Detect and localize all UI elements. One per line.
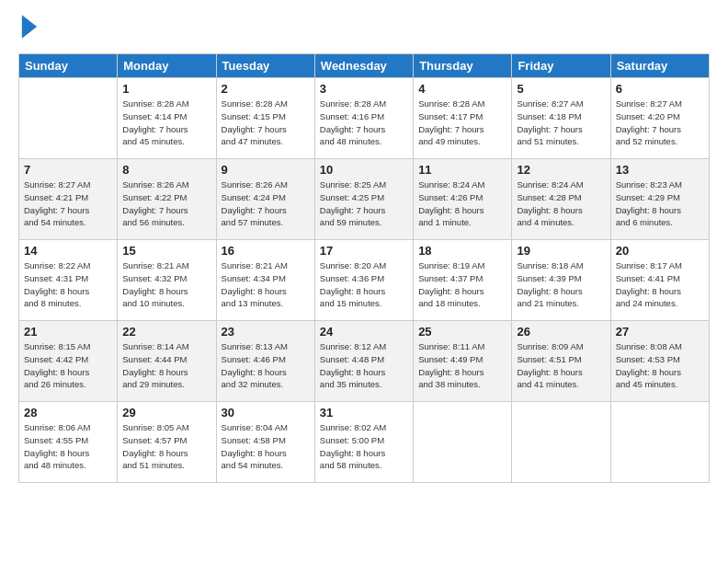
calendar-cell	[610, 402, 709, 483]
day-number: 31	[320, 406, 408, 419]
calendar-cell: 31Sunrise: 8:02 AMSunset: 5:00 PMDayligh…	[314, 402, 413, 483]
day-number: 14	[24, 244, 112, 258]
day-number: 5	[517, 82, 605, 96]
day-info: Sunrise: 8:12 AMSunset: 4:48 PMDaylight:…	[320, 340, 408, 391]
day-number: 21	[24, 325, 112, 339]
week-row-5: 28Sunrise: 8:06 AMSunset: 4:55 PMDayligh…	[19, 402, 710, 483]
page-header	[18, 15, 710, 44]
calendar-cell: 10Sunrise: 8:25 AMSunset: 4:25 PMDayligh…	[314, 159, 413, 240]
day-number: 25	[418, 325, 506, 339]
day-info: Sunrise: 8:06 AMSunset: 4:55 PMDaylight:…	[24, 421, 112, 472]
day-number: 29	[122, 406, 210, 419]
weekday-header-saturday: Saturday	[610, 54, 709, 78]
day-number: 6	[616, 82, 704, 96]
calendar-cell: 25Sunrise: 8:11 AMSunset: 4:49 PMDayligh…	[414, 321, 512, 402]
calendar-cell: 13Sunrise: 8:23 AMSunset: 4:29 PMDayligh…	[610, 159, 709, 240]
calendar-cell	[19, 78, 118, 159]
calendar-cell: 28Sunrise: 8:06 AMSunset: 4:55 PMDayligh…	[19, 402, 118, 483]
calendar-cell: 29Sunrise: 8:05 AMSunset: 4:57 PMDayligh…	[118, 402, 216, 483]
calendar-cell: 4Sunrise: 8:28 AMSunset: 4:17 PMDaylight…	[414, 78, 512, 159]
day-info: Sunrise: 8:04 AMSunset: 4:58 PMDaylight:…	[222, 421, 310, 472]
calendar-cell: 19Sunrise: 8:18 AMSunset: 4:39 PMDayligh…	[512, 240, 610, 321]
day-info: Sunrise: 8:20 AMSunset: 4:36 PMDaylight:…	[320, 259, 408, 310]
calendar-cell: 11Sunrise: 8:24 AMSunset: 4:26 PMDayligh…	[414, 159, 512, 240]
day-number: 30	[222, 406, 310, 419]
week-row-3: 14Sunrise: 8:22 AMSunset: 4:31 PMDayligh…	[19, 240, 710, 321]
day-info: Sunrise: 8:27 AMSunset: 4:18 PMDaylight:…	[517, 98, 605, 148]
calendar-cell: 23Sunrise: 8:13 AMSunset: 4:46 PMDayligh…	[216, 321, 314, 402]
weekday-header-tuesday: Tuesday	[216, 54, 314, 78]
calendar-cell: 12Sunrise: 8:24 AMSunset: 4:28 PMDayligh…	[512, 159, 610, 240]
day-info: Sunrise: 8:28 AMSunset: 4:14 PMDaylight:…	[122, 98, 210, 148]
day-number: 23	[222, 325, 310, 339]
calendar-cell: 15Sunrise: 8:21 AMSunset: 4:32 PMDayligh…	[118, 240, 216, 321]
calendar-cell	[512, 402, 610, 483]
calendar-table: SundayMondayTuesdayWednesdayThursdayFrid…	[18, 53, 710, 483]
day-info: Sunrise: 8:17 AMSunset: 4:41 PMDaylight:…	[616, 259, 704, 310]
day-info: Sunrise: 8:23 AMSunset: 4:29 PMDaylight:…	[616, 178, 704, 229]
day-number: 1	[122, 82, 210, 96]
day-info: Sunrise: 8:02 AMSunset: 5:00 PMDaylight:…	[320, 421, 408, 472]
day-number: 3	[320, 82, 408, 96]
week-row-1: 1Sunrise: 8:28 AMSunset: 4:14 PMDaylight…	[19, 78, 710, 159]
weekday-header-row: SundayMondayTuesdayWednesdayThursdayFrid…	[19, 54, 710, 78]
day-number: 27	[616, 325, 704, 339]
calendar-cell: 5Sunrise: 8:27 AMSunset: 4:18 PMDaylight…	[512, 78, 610, 159]
calendar-cell: 9Sunrise: 8:26 AMSunset: 4:24 PMDaylight…	[216, 159, 314, 240]
calendar-cell: 6Sunrise: 8:27 AMSunset: 4:20 PMDaylight…	[610, 78, 709, 159]
calendar-cell: 7Sunrise: 8:27 AMSunset: 4:21 PMDaylight…	[19, 159, 118, 240]
day-number: 15	[122, 244, 210, 258]
day-info: Sunrise: 8:15 AMSunset: 4:42 PMDaylight:…	[24, 340, 112, 391]
day-number: 20	[616, 244, 704, 258]
week-row-2: 7Sunrise: 8:27 AMSunset: 4:21 PMDaylight…	[19, 159, 710, 240]
day-number: 8	[122, 163, 210, 177]
calendar-cell: 27Sunrise: 8:08 AMSunset: 4:53 PMDayligh…	[610, 321, 709, 402]
day-number: 2	[222, 82, 310, 96]
day-number: 4	[418, 82, 506, 96]
calendar-cell: 14Sunrise: 8:22 AMSunset: 4:31 PMDayligh…	[19, 240, 118, 321]
day-info: Sunrise: 8:28 AMSunset: 4:16 PMDaylight:…	[320, 98, 408, 148]
calendar-cell: 18Sunrise: 8:19 AMSunset: 4:37 PMDayligh…	[414, 240, 512, 321]
calendar-cell	[414, 402, 512, 483]
day-info: Sunrise: 8:11 AMSunset: 4:49 PMDaylight:…	[418, 340, 506, 391]
day-number: 19	[517, 244, 605, 258]
calendar-cell: 21Sunrise: 8:15 AMSunset: 4:42 PMDayligh…	[19, 321, 118, 402]
day-number: 22	[122, 325, 210, 339]
day-number: 9	[222, 163, 310, 177]
day-info: Sunrise: 8:18 AMSunset: 4:39 PMDaylight:…	[517, 259, 605, 310]
day-info: Sunrise: 8:25 AMSunset: 4:25 PMDaylight:…	[320, 178, 408, 229]
calendar-cell: 1Sunrise: 8:28 AMSunset: 4:14 PMDaylight…	[118, 78, 216, 159]
weekday-header-thursday: Thursday	[414, 54, 512, 78]
calendar-cell: 16Sunrise: 8:21 AMSunset: 4:34 PMDayligh…	[216, 240, 314, 321]
day-info: Sunrise: 8:27 AMSunset: 4:20 PMDaylight:…	[616, 98, 704, 148]
logo	[18, 15, 39, 44]
day-info: Sunrise: 8:13 AMSunset: 4:46 PMDaylight:…	[222, 340, 310, 391]
day-info: Sunrise: 8:28 AMSunset: 4:15 PMDaylight:…	[222, 98, 310, 148]
day-info: Sunrise: 8:21 AMSunset: 4:32 PMDaylight:…	[122, 259, 210, 310]
day-number: 18	[418, 244, 506, 258]
day-info: Sunrise: 8:26 AMSunset: 4:24 PMDaylight:…	[222, 178, 310, 229]
calendar-cell: 30Sunrise: 8:04 AMSunset: 4:58 PMDayligh…	[216, 402, 314, 483]
calendar-cell: 17Sunrise: 8:20 AMSunset: 4:36 PMDayligh…	[314, 240, 413, 321]
calendar-cell: 3Sunrise: 8:28 AMSunset: 4:16 PMDaylight…	[314, 78, 413, 159]
day-number: 24	[320, 325, 408, 339]
calendar-cell: 2Sunrise: 8:28 AMSunset: 4:15 PMDaylight…	[216, 78, 314, 159]
calendar-cell: 8Sunrise: 8:26 AMSunset: 4:22 PMDaylight…	[118, 159, 216, 240]
logo-icon	[20, 15, 39, 40]
day-number: 17	[320, 244, 408, 258]
day-number: 26	[517, 325, 605, 339]
day-number: 16	[222, 244, 310, 258]
calendar-cell: 24Sunrise: 8:12 AMSunset: 4:48 PMDayligh…	[314, 321, 413, 402]
weekday-header-friday: Friday	[512, 54, 610, 78]
day-info: Sunrise: 8:26 AMSunset: 4:22 PMDaylight:…	[122, 178, 210, 229]
day-number: 7	[24, 163, 112, 177]
day-info: Sunrise: 8:24 AMSunset: 4:26 PMDaylight:…	[418, 178, 506, 229]
day-info: Sunrise: 8:27 AMSunset: 4:21 PMDaylight:…	[24, 178, 112, 229]
day-number: 10	[320, 163, 408, 177]
weekday-header-monday: Monday	[118, 54, 216, 78]
day-number: 28	[24, 406, 112, 419]
day-info: Sunrise: 8:24 AMSunset: 4:28 PMDaylight:…	[517, 178, 605, 229]
svg-marker-0	[22, 15, 37, 38]
day-info: Sunrise: 8:28 AMSunset: 4:17 PMDaylight:…	[418, 98, 506, 148]
day-info: Sunrise: 8:05 AMSunset: 4:57 PMDaylight:…	[122, 421, 210, 472]
